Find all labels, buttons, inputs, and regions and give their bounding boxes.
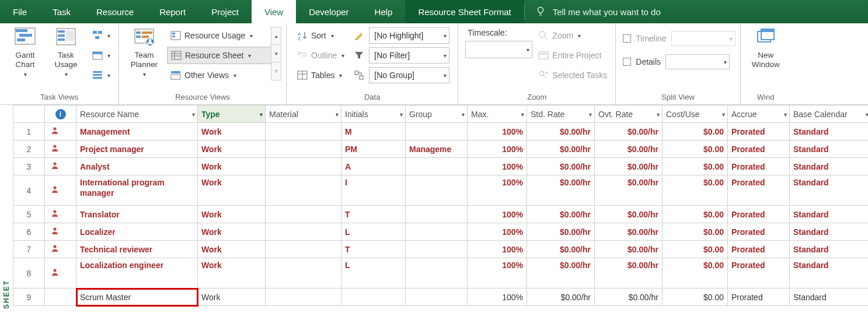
cell-group[interactable] (406, 175, 468, 206)
cell-ovt-rate[interactable]: $0.00/hr (595, 123, 663, 140)
cell-cost-use[interactable]: $0.00 (663, 241, 728, 258)
cell-material[interactable] (266, 140, 341, 158)
row-number[interactable]: 9 (13, 289, 45, 306)
task-view-gallery-3[interactable]: ▾ (89, 66, 114, 84)
cell-material[interactable] (266, 241, 341, 258)
sort-button[interactable]: AZ Sort▾ (294, 27, 348, 44)
indicator-cell[interactable] (45, 175, 76, 206)
task-view-gallery-2[interactable]: ▾ (89, 47, 114, 64)
menu-report[interactable]: Report (147, 0, 198, 23)
cell-ovt-rate[interactable]: $0.00/hr (595, 206, 663, 223)
cell-group[interactable] (406, 241, 468, 258)
cell-std-rate[interactable]: $0.00/hr (527, 206, 595, 223)
col-resource-name[interactable]: Resource Name▾ (76, 105, 198, 123)
cell-material[interactable] (266, 158, 341, 175)
cell-cost-use[interactable]: $0.00 (663, 175, 728, 206)
menu-developer[interactable]: Developer (296, 0, 361, 23)
cell-material[interactable] (266, 206, 341, 223)
indicator-cell[interactable] (45, 289, 76, 306)
cell-type[interactable]: Work (198, 175, 266, 206)
tables-button[interactable]: Tables▾ (294, 66, 348, 84)
table-row[interactable]: 1ManagementWorkM100%$0.00/hr$0.00/hr$0.0… (13, 123, 869, 140)
cell-name[interactable]: Technical reviewer (76, 241, 198, 258)
table-row[interactable]: 6LocalizerWorkL100%$0.00/hr$0.00/hr$0.00… (13, 223, 869, 241)
cell-group[interactable] (406, 158, 468, 175)
cell-group[interactable] (406, 123, 468, 140)
cell-initials[interactable]: T (341, 206, 406, 223)
cell-initials[interactable]: L (341, 223, 406, 241)
col-base-calendar[interactable]: Base Calendar▾ (790, 105, 869, 123)
cell-material[interactable] (266, 123, 341, 140)
cell-cost-use[interactable]: $0.00 (663, 158, 728, 175)
cell-initials[interactable] (341, 289, 406, 306)
indicator-cell[interactable] (45, 206, 76, 223)
cell-cost-use[interactable]: $0.00 (663, 289, 728, 306)
col-type[interactable]: Type▾ (198, 105, 266, 123)
cell-group[interactable]: Manageme (406, 140, 468, 158)
row-number[interactable]: 3 (13, 158, 45, 175)
resource-sheet-gallery-arrows[interactable]: ▴▾▿ (271, 27, 281, 80)
resource-sheet-button[interactable]: Resource Sheet▾ (167, 47, 272, 64)
table-row[interactable]: 8Localization engineerWorkL100%$0.00/hr$… (13, 258, 869, 289)
cell-max[interactable]: 100% (468, 241, 527, 258)
cell-name[interactable]: Translator (76, 206, 198, 223)
cell-ovt-rate[interactable]: $0.00/hr (595, 140, 663, 158)
cell-max[interactable]: 100% (468, 206, 527, 223)
cell-base-calendar[interactable]: Standard (790, 289, 869, 306)
indicator-cell[interactable] (45, 158, 76, 175)
menu-help[interactable]: Help (362, 0, 406, 23)
gantt-chart-button[interactable]: Gantt Chart (5, 24, 46, 78)
table-row[interactable]: 5TranslatorWorkT100%$0.00/hr$0.00/hr$0.0… (13, 206, 869, 223)
cell-base-calendar[interactable]: Standard (790, 158, 869, 175)
cell-base-calendar[interactable]: Standard (790, 140, 869, 158)
row-number[interactable]: 2 (13, 140, 45, 158)
cell-std-rate[interactable]: $0.00/hr (527, 223, 595, 241)
cell-max[interactable]: 100% (468, 123, 527, 140)
tell-me-search[interactable]: Tell me what you want to do (525, 0, 868, 23)
filter-dropdown[interactable]: [No Filter]▾ (350, 47, 453, 64)
table-row[interactable]: 9Scrum MasterWork100%$0.00/hr$0.00/hr$0.… (13, 289, 869, 306)
col-material[interactable]: Material▾ (266, 105, 341, 123)
cell-name[interactable]: Scrum Master (76, 289, 198, 306)
table-row[interactable]: 7Technical reviewerWorkT100%$0.00/hr$0.0… (13, 241, 869, 258)
cell-accrue[interactable]: Prorated (728, 206, 790, 223)
cell-max[interactable]: 100% (468, 175, 527, 206)
cell-group[interactable] (406, 258, 468, 289)
cell-ovt-rate[interactable]: $0.00/hr (595, 223, 663, 241)
indicator-cell[interactable] (45, 140, 76, 158)
cell-material[interactable] (266, 258, 341, 289)
cell-accrue[interactable]: Prorated (728, 223, 790, 241)
menu-task[interactable]: Task (40, 0, 83, 23)
cell-base-calendar[interactable]: Standard (790, 258, 869, 289)
col-accrue[interactable]: Accrue▾ (728, 105, 790, 123)
table-row[interactable]: 4International program managerWorkI100%$… (13, 175, 869, 206)
menu-file[interactable]: File (0, 0, 40, 23)
table-row[interactable]: 2Project managerWorkPMManageme100%$0.00/… (13, 140, 869, 158)
cell-accrue[interactable]: Prorated (728, 289, 790, 306)
task-view-gallery-1[interactable]: ▾ (89, 27, 114, 44)
cell-base-calendar[interactable]: Standard (790, 223, 869, 241)
cell-cost-use[interactable]: $0.00 (663, 123, 728, 140)
cell-cost-use[interactable]: $0.00 (663, 206, 728, 223)
cell-ovt-rate[interactable]: $0.00/hr (595, 241, 663, 258)
indicator-cell[interactable] (45, 258, 76, 289)
cell-ovt-rate[interactable]: $0.00/hr (595, 289, 663, 306)
cell-std-rate[interactable]: $0.00/hr (527, 175, 595, 206)
cell-accrue[interactable]: Prorated (728, 123, 790, 140)
cell-accrue[interactable]: Prorated (728, 175, 790, 206)
resource-usage-button[interactable]: Resource Usage▾ (167, 27, 272, 44)
cell-std-rate[interactable]: $0.00/hr (527, 258, 595, 289)
cell-initials[interactable]: M (341, 123, 406, 140)
cell-max[interactable]: 100% (468, 258, 527, 289)
cell-cost-use[interactable]: $0.00 (663, 223, 728, 241)
menu-project[interactable]: Project (198, 0, 252, 23)
col-ovt-rate[interactable]: Ovt. Rate▾ (595, 105, 663, 123)
cell-base-calendar[interactable]: Standard (790, 123, 869, 140)
cell-group[interactable] (406, 223, 468, 241)
row-number[interactable]: 4 (13, 175, 45, 206)
cell-max[interactable]: 100% (468, 158, 527, 175)
cell-type[interactable]: Work (198, 223, 266, 241)
cell-accrue[interactable]: Prorated (728, 258, 790, 289)
cell-type[interactable]: Work (198, 258, 266, 289)
cell-cost-use[interactable]: $0.00 (663, 140, 728, 158)
